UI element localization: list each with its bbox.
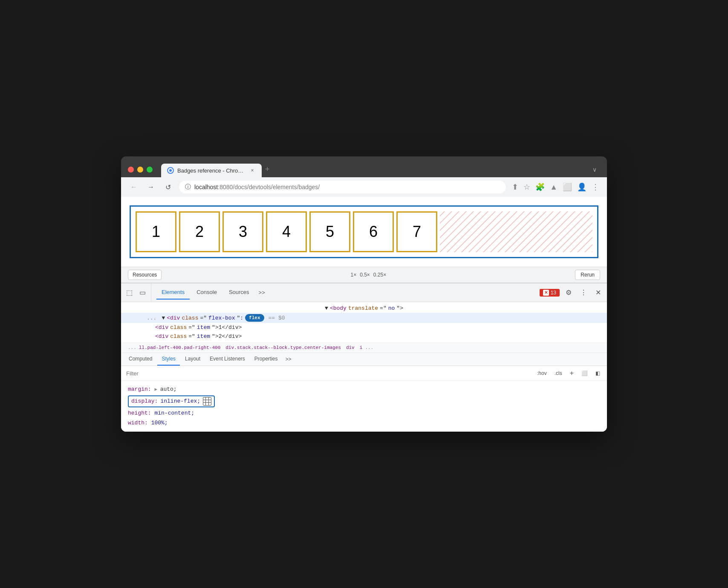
dom-flex-row[interactable]: ... ▼ <div class =" flex-box ": flex == … [121, 313, 607, 323]
minimize-button[interactable] [137, 167, 143, 173]
add-style-button[interactable]: + [568, 369, 575, 378]
bookmark-icon[interactable]: ☆ [523, 182, 531, 193]
security-icon: ⓘ [185, 183, 191, 191]
dom-item1-tag: <div [155, 324, 168, 331]
breadcrumb-bar: ... ll.pad-left-400.pad-right-400 div.st… [121, 343, 607, 353]
multipliers: 1× 0.5× 0.25× [350, 272, 386, 278]
dom-body-arrow: ▼ [325, 305, 328, 311]
address-bar: ← → ↺ ⓘ localhost:8080/docs/devtools/ele… [121, 177, 607, 197]
back-button[interactable]: ← [128, 181, 140, 193]
tab-console[interactable]: Console [191, 285, 222, 300]
tab-close-button[interactable]: × [249, 167, 256, 174]
tab-properties[interactable]: Properties [250, 353, 282, 366]
css-width-value: 100%; [151, 420, 168, 426]
styles-tab-bar: Computed Styles Layout Event Listeners P… [121, 353, 607, 366]
cls-button[interactable]: .cls [553, 369, 564, 377]
filter-input[interactable] [126, 370, 532, 377]
tab-favicon-icon [167, 167, 174, 174]
flex-item-2: 2 [179, 211, 220, 252]
filter-actions: :hov .cls + ⬜ ◧ [535, 369, 602, 378]
toolbar-right: ⬆ ☆ 🧩 ▲ ⬜ 👤 ⋮ [511, 182, 600, 193]
dom-item1-row[interactable]: <div class =" item ">1</div> [121, 323, 607, 332]
css-margin-prop: margin: ▶ auto; [128, 384, 600, 395]
flex-item-5: 5 [309, 211, 350, 252]
share-icon[interactable]: ⬆ [511, 182, 519, 193]
flex-badge[interactable]: flex [245, 314, 264, 322]
flex-item-7: 7 [396, 211, 437, 252]
browser-window: Badges reference - Chrome De × + ∨ ← → ↺… [121, 156, 607, 432]
url-bar[interactable]: ⓘ localhost:8080/docs/devtools/elements/… [179, 181, 506, 193]
breadcrumb-dots-right: ... [365, 345, 373, 350]
tab-elements[interactable]: Elements [156, 285, 190, 300]
profile-icon[interactable]: 👤 [576, 182, 587, 193]
overflow-indicator [440, 211, 592, 252]
tab-event-listeners[interactable]: Event Listeners [205, 353, 249, 366]
dom-tree: ▼ <body translate =" no "> ... ▼ <div cl… [121, 302, 607, 343]
devtools-toolbar: Resources 1× 0.5× 0.25× Rerun [121, 267, 607, 283]
css-width-name: width: [128, 420, 148, 426]
dom-item2-row[interactable]: <div class =" item ">2</div> [121, 332, 607, 341]
inspect-icon[interactable]: ⬚ [124, 287, 134, 298]
css-margin-arrow: ▶ [154, 387, 160, 392]
forward-button[interactable]: → [145, 181, 157, 193]
css-display-name: display: [131, 397, 158, 406]
more-devtools-icon[interactable]: ⋮ [578, 287, 589, 298]
multiplier-1x[interactable]: 1× [350, 272, 356, 278]
error-badge[interactable]: ✕ 13 [540, 289, 560, 297]
new-tab-button[interactable]: + [262, 161, 273, 177]
tab-bar: Badges reference - Chrome De × + [161, 161, 584, 177]
dom-flex-class-value: flex-box [208, 315, 235, 321]
settings-icon[interactable]: ⚙ [563, 287, 574, 298]
page-content: 1 2 3 4 5 6 7 [121, 197, 607, 267]
tab-layout[interactable]: Layout [181, 353, 205, 366]
css-height-prop: height: min-content; [128, 408, 600, 418]
title-bar: Badges reference - Chrome De × + ∨ [121, 156, 607, 177]
tab-menu-button[interactable]: ∨ [589, 163, 600, 176]
tab-styles[interactable]: Styles [157, 353, 180, 366]
styles-tab-more-button[interactable]: >> [283, 353, 294, 365]
svg-point-1 [169, 169, 172, 172]
css-properties-panel: margin: ▶ auto; display: inline-flex; [121, 381, 607, 432]
more-menu-icon[interactable]: ⋮ [591, 182, 600, 193]
split-icon[interactable]: ⬜ [562, 182, 573, 193]
maximize-button[interactable] [147, 167, 153, 173]
extensions-icon[interactable]: 🧩 [534, 182, 546, 193]
breadcrumb-item-4[interactable]: i [360, 345, 363, 350]
dom-flex-class-attr: class [182, 315, 198, 321]
error-x-icon: ✕ [543, 290, 549, 296]
url-display: localhost:8080/docs/devtools/elements/ba… [194, 184, 500, 190]
active-tab[interactable]: Badges reference - Chrome De × [161, 164, 262, 177]
css-margin-name: margin: [128, 386, 151, 392]
flex-layout-icon[interactable] [203, 397, 211, 406]
dom-body-row[interactable]: ▼ <body translate =" no "> [121, 304, 607, 313]
styles-filter-bar: :hov .cls + ⬜ ◧ [121, 366, 607, 381]
traffic-lights [128, 167, 153, 173]
device-icon[interactable]: ▭ [138, 287, 147, 298]
dom-body-tag: <body [330, 305, 347, 311]
flex-demo-container: 1 2 3 4 5 6 7 [130, 205, 598, 258]
devtools-tab-bar: ⬚ ▭ Elements Console Sources >> ✕ 13 ⚙ ⋮… [121, 283, 607, 302]
close-button[interactable] [128, 167, 134, 173]
tab-title: Badges reference - Chrome De [177, 167, 246, 174]
close-devtools-icon[interactable]: ✕ [593, 287, 604, 298]
css-width-prop: width: 100%; [128, 418, 600, 428]
copy-styles-icon[interactable]: ⬜ [580, 369, 589, 377]
reload-button[interactable]: ↺ [162, 181, 174, 193]
breadcrumb-item-1[interactable]: ll.pad-left-400.pad-right-400 [139, 345, 220, 350]
tab-sources[interactable]: Sources [224, 285, 254, 300]
rerun-button[interactable]: Rerun [575, 270, 600, 280]
url-host: localhost [194, 184, 218, 190]
sidebar-toggle-icon[interactable]: ◧ [594, 369, 602, 377]
lens-icon[interactable]: ▲ [549, 182, 558, 193]
resources-button[interactable]: Resources [128, 270, 162, 280]
flex-item-6: 6 [353, 211, 394, 252]
dom-body-attr-value: no [388, 305, 395, 311]
multiplier-05x[interactable]: 0.5× [360, 272, 370, 278]
hov-button[interactable]: :hov [535, 369, 549, 377]
breadcrumb-item-3[interactable]: div [346, 345, 355, 350]
css-height-name: height: [128, 410, 151, 416]
breadcrumb-item-2[interactable]: div.stack.stack--block.type.center-image… [225, 345, 341, 350]
tab-more-button[interactable]: >> [256, 286, 268, 299]
tab-computed[interactable]: Computed [124, 353, 156, 366]
multiplier-025x[interactable]: 0.25× [373, 272, 386, 278]
